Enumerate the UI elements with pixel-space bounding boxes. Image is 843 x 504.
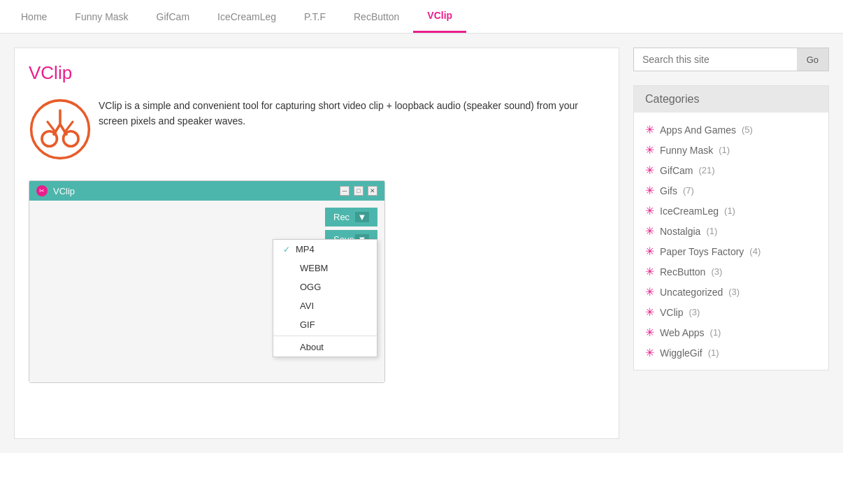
nav-icecreamleg[interactable]: IceCreamLeg	[203, 1, 290, 32]
scissors-icon	[29, 98, 92, 161]
cat-bullet-icon: ✳	[645, 224, 654, 238]
sidebar: Go Categories ✳ Apps And Games (5)✳ Funn…	[633, 48, 829, 439]
vclip-intro: VClip is a simple and convenient tool fo…	[29, 98, 605, 163]
categories-box: Categories ✳ Apps And Games (5)✳ Funny M…	[633, 85, 829, 370]
search-box: Go	[633, 48, 829, 71]
vclip-title-icon: ✂	[36, 185, 48, 196]
category-count: (5)	[742, 124, 753, 135]
category-item[interactable]: ✳ GifCam (21)	[634, 160, 828, 180]
category-count: (3)	[728, 287, 740, 297]
category-count: (1)	[710, 327, 721, 338]
category-item[interactable]: ✳ IceCreamLeg (1)	[634, 201, 828, 221]
cat-bullet-icon: ✳	[645, 143, 654, 157]
cat-bullet-icon: ✳	[645, 204, 654, 217]
category-count: (1)	[724, 206, 735, 216]
category-count: (1)	[719, 145, 730, 155]
win-controls: ─ □ ✕	[340, 186, 377, 196]
category-item[interactable]: ✳ Uncategorized (3)	[634, 282, 828, 302]
screenshot-container: ✂ VClip ─ □ ✕ Rec ▼	[29, 180, 385, 383]
category-count: (1)	[706, 226, 717, 236]
category-count: (21)	[698, 165, 714, 175]
category-label: Uncategorized	[660, 287, 723, 298]
save-dropdown: ✓ MP4 WEBM OGG AVI	[273, 239, 377, 357]
category-label: IceCreamLeg	[660, 206, 719, 217]
dropdown-gif[interactable]: GIF	[273, 315, 377, 334]
page-title: VClip	[29, 62, 605, 84]
navigation: Home Funny Mask GifCam IceCreamLeg P.T.F…	[0, 0, 843, 34]
nav-vclip[interactable]: VClip	[413, 0, 466, 33]
vclip-titlebar: ✂ VClip ─ □ ✕	[29, 181, 384, 201]
cat-bullet-icon: ✳	[645, 164, 654, 177]
dropdown-ogg[interactable]: OGG	[273, 278, 377, 296]
minimize-button[interactable]: ─	[340, 186, 350, 196]
category-item[interactable]: ✳ Web Apps (1)	[634, 322, 828, 343]
cat-bullet-icon: ✳	[645, 326, 654, 339]
category-item[interactable]: ✳ Apps And Games (5)	[634, 120, 828, 140]
category-label: Web Apps	[660, 327, 705, 338]
category-count: (3)	[711, 266, 722, 277]
nav-gifcam[interactable]: GifCam	[143, 1, 203, 32]
close-button[interactable]: ✕	[368, 186, 377, 196]
cat-bullet-icon: ✳	[645, 305, 654, 319]
check-icon: ✓	[283, 245, 290, 254]
category-label: Apps And Games	[660, 124, 736, 136]
maximize-button[interactable]: □	[354, 186, 363, 196]
nav-home[interactable]: Home	[7, 1, 61, 32]
cat-bullet-icon: ✳	[645, 184, 654, 197]
category-item[interactable]: ✳ RecButton (3)	[634, 261, 828, 282]
category-count: (3)	[689, 307, 700, 317]
category-label: Gifs	[660, 185, 677, 196]
avi-label: AVI	[300, 301, 314, 311]
gif-label: GIF	[300, 319, 315, 330]
rec-button[interactable]: Rec ▼	[325, 208, 377, 226]
dropdown-divider	[273, 336, 377, 336]
category-item[interactable]: ✳ Funny Mask (1)	[634, 140, 828, 160]
main-container: VClip VClip is a simple and convenien	[0, 34, 843, 453]
category-item[interactable]: ✳ Paper Toys Factory (4)	[634, 241, 828, 261]
category-item[interactable]: ✳ Gifs (7)	[634, 180, 828, 201]
content-area: VClip VClip is a simple and convenien	[14, 48, 619, 439]
category-label: Paper Toys Factory	[660, 246, 744, 257]
dropdown-avi[interactable]: AVI	[273, 296, 377, 315]
webm-label: WEBM	[300, 263, 328, 273]
ogg-label: OGG	[300, 282, 321, 292]
category-label: GifCam	[660, 165, 693, 176]
rec-dropdown-arrow[interactable]: ▼	[355, 212, 369, 222]
category-item[interactable]: ✳ WiggleGif (1)	[634, 343, 828, 363]
mp4-label: MP4	[296, 244, 315, 254]
about-label: About	[300, 342, 324, 352]
dropdown-mp4[interactable]: ✓ MP4	[273, 240, 377, 259]
category-label: RecButton	[660, 266, 705, 278]
intro-text: VClip is a simple and convenient tool fo…	[99, 98, 605, 129]
category-label: VClip	[660, 307, 683, 318]
vclip-window-title: VClip	[53, 186, 334, 196]
cat-bullet-icon: ✳	[645, 285, 654, 298]
cat-bullet-icon: ✳	[645, 346, 654, 359]
categories-header: Categories	[634, 86, 828, 113]
category-count: (7)	[683, 185, 694, 196]
category-item[interactable]: ✳ VClip (3)	[634, 302, 828, 322]
nav-ptf[interactable]: P.T.F	[290, 1, 340, 32]
vclip-body: Rec ▼ Save ▼ ✓ MP4	[29, 201, 384, 382]
dropdown-about[interactable]: About	[273, 338, 377, 357]
category-label: Nostalgia	[660, 226, 700, 237]
category-label: Funny Mask	[660, 145, 713, 156]
search-input[interactable]	[634, 48, 797, 71]
category-list: ✳ Apps And Games (5)✳ Funny Mask (1)✳ Gi…	[634, 113, 828, 370]
cat-bullet-icon: ✳	[645, 123, 654, 136]
dropdown-webm[interactable]: WEBM	[273, 259, 377, 278]
nav-funny-mask[interactable]: Funny Mask	[61, 1, 142, 32]
vclip-window: ✂ VClip ─ □ ✕ Rec ▼	[29, 180, 385, 383]
search-button[interactable]: Go	[797, 48, 828, 71]
category-item[interactable]: ✳ Nostalgia (1)	[634, 221, 828, 241]
category-count: (4)	[749, 246, 761, 257]
cat-bullet-icon: ✳	[645, 265, 654, 278]
svg-point-0	[31, 101, 89, 159]
cat-bullet-icon: ✳	[645, 245, 654, 258]
category-label: WiggleGif	[660, 347, 702, 359]
vclip-icon-container	[29, 98, 92, 163]
category-count: (1)	[708, 347, 719, 358]
nav-recbutton[interactable]: RecButton	[340, 1, 413, 32]
